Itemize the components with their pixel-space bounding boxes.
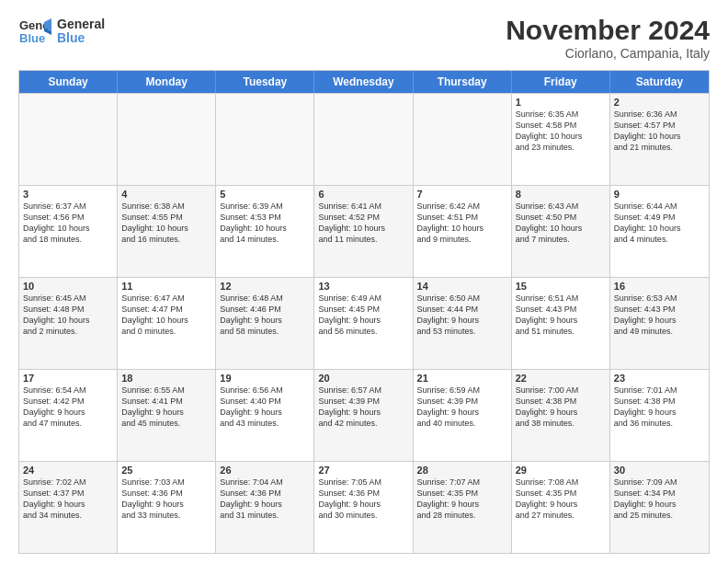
cal-cell: 25Sunrise: 7:03 AM Sunset: 4:36 PM Dayli… xyxy=(118,462,216,553)
day-number: 22 xyxy=(516,373,606,384)
logo: General Blue General Blue xyxy=(18,15,105,48)
day-info: Sunrise: 7:05 AM Sunset: 4:36 PM Dayligh… xyxy=(318,477,408,522)
day-info: Sunrise: 6:54 AM Sunset: 4:42 PM Dayligh… xyxy=(23,385,113,430)
cal-cell: 13Sunrise: 6:49 AM Sunset: 4:45 PM Dayli… xyxy=(314,278,413,369)
cal-header-monday: Monday xyxy=(118,71,216,93)
cal-cell: 10Sunrise: 6:45 AM Sunset: 4:48 PM Dayli… xyxy=(19,278,118,369)
cal-cell: 28Sunrise: 7:07 AM Sunset: 4:35 PM Dayli… xyxy=(414,462,512,553)
day-number: 18 xyxy=(121,373,211,384)
day-number: 26 xyxy=(220,465,310,476)
cal-header-saturday: Saturday xyxy=(610,71,709,93)
cal-week-row: 24Sunrise: 7:02 AM Sunset: 4:37 PM Dayli… xyxy=(19,461,709,553)
day-number: 23 xyxy=(614,373,705,384)
day-number: 19 xyxy=(220,373,310,384)
cal-cell xyxy=(118,94,216,185)
day-number: 25 xyxy=(121,465,211,476)
day-info: Sunrise: 7:08 AM Sunset: 4:35 PM Dayligh… xyxy=(516,477,606,522)
day-number: 11 xyxy=(121,281,211,292)
cal-cell: 8Sunrise: 6:43 AM Sunset: 4:50 PM Daylig… xyxy=(512,186,610,277)
cal-cell xyxy=(414,94,512,185)
day-info: Sunrise: 6:41 AM Sunset: 4:52 PM Dayligh… xyxy=(318,201,408,246)
day-info: Sunrise: 7:00 AM Sunset: 4:38 PM Dayligh… xyxy=(516,385,606,430)
calendar-header-row: SundayMondayTuesdayWednesdayThursdayFrid… xyxy=(19,71,709,93)
day-number: 8 xyxy=(516,189,606,200)
day-number: 7 xyxy=(417,189,507,200)
day-number: 28 xyxy=(417,465,507,476)
day-number: 29 xyxy=(516,465,606,476)
day-number: 9 xyxy=(614,189,705,200)
cal-week-row: 3Sunrise: 6:37 AM Sunset: 4:56 PM Daylig… xyxy=(19,185,709,277)
day-info: Sunrise: 6:49 AM Sunset: 4:45 PM Dayligh… xyxy=(318,293,408,338)
cal-cell xyxy=(314,94,413,185)
day-info: Sunrise: 6:38 AM Sunset: 4:55 PM Dayligh… xyxy=(121,201,211,246)
cal-cell: 6Sunrise: 6:41 AM Sunset: 4:52 PM Daylig… xyxy=(314,186,413,277)
cal-cell xyxy=(19,94,118,185)
cal-cell: 11Sunrise: 6:47 AM Sunset: 4:47 PM Dayli… xyxy=(118,278,216,369)
day-number: 17 xyxy=(23,373,113,384)
cal-header-friday: Friday xyxy=(512,71,610,93)
svg-text:Blue: Blue xyxy=(19,31,45,45)
cal-week-row: 17Sunrise: 6:54 AM Sunset: 4:42 PM Dayli… xyxy=(19,369,709,461)
day-info: Sunrise: 6:56 AM Sunset: 4:40 PM Dayligh… xyxy=(220,385,310,430)
day-info: Sunrise: 6:50 AM Sunset: 4:44 PM Dayligh… xyxy=(417,293,507,338)
day-info: Sunrise: 6:47 AM Sunset: 4:47 PM Dayligh… xyxy=(121,293,211,338)
day-number: 2 xyxy=(614,97,705,108)
cal-week-row: 10Sunrise: 6:45 AM Sunset: 4:48 PM Dayli… xyxy=(19,277,709,369)
day-info: Sunrise: 6:43 AM Sunset: 4:50 PM Dayligh… xyxy=(516,201,606,246)
cal-cell: 12Sunrise: 6:48 AM Sunset: 4:46 PM Dayli… xyxy=(216,278,314,369)
cal-cell: 24Sunrise: 7:02 AM Sunset: 4:37 PM Dayli… xyxy=(19,462,118,553)
cal-cell: 5Sunrise: 6:39 AM Sunset: 4:53 PM Daylig… xyxy=(216,186,314,277)
day-info: Sunrise: 6:35 AM Sunset: 4:58 PM Dayligh… xyxy=(516,109,606,154)
cal-cell: 15Sunrise: 6:51 AM Sunset: 4:43 PM Dayli… xyxy=(512,278,610,369)
cal-cell: 9Sunrise: 6:44 AM Sunset: 4:49 PM Daylig… xyxy=(610,186,709,277)
cal-cell: 29Sunrise: 7:08 AM Sunset: 4:35 PM Dayli… xyxy=(512,462,610,553)
day-info: Sunrise: 6:42 AM Sunset: 4:51 PM Dayligh… xyxy=(417,201,507,246)
day-number: 1 xyxy=(516,97,606,108)
day-number: 20 xyxy=(318,373,408,384)
day-number: 14 xyxy=(417,281,507,292)
day-number: 21 xyxy=(417,373,507,384)
day-number: 10 xyxy=(23,281,113,292)
day-info: Sunrise: 6:39 AM Sunset: 4:53 PM Dayligh… xyxy=(220,201,310,246)
cal-header-sunday: Sunday xyxy=(19,71,118,93)
day-info: Sunrise: 6:51 AM Sunset: 4:43 PM Dayligh… xyxy=(516,293,606,338)
logo-icon: General Blue xyxy=(18,15,51,48)
cal-cell: 30Sunrise: 7:09 AM Sunset: 4:34 PM Dayli… xyxy=(610,462,709,553)
calendar-title: November 2024 xyxy=(506,15,710,46)
day-number: 3 xyxy=(23,189,113,200)
day-info: Sunrise: 6:48 AM Sunset: 4:46 PM Dayligh… xyxy=(220,293,310,338)
day-info: Sunrise: 7:01 AM Sunset: 4:38 PM Dayligh… xyxy=(614,385,705,430)
calendar-body: 1Sunrise: 6:35 AM Sunset: 4:58 PM Daylig… xyxy=(19,93,709,553)
day-info: Sunrise: 6:57 AM Sunset: 4:39 PM Dayligh… xyxy=(318,385,408,430)
cal-cell: 7Sunrise: 6:42 AM Sunset: 4:51 PM Daylig… xyxy=(414,186,512,277)
day-number: 27 xyxy=(318,465,408,476)
day-info: Sunrise: 7:03 AM Sunset: 4:36 PM Dayligh… xyxy=(121,477,211,522)
title-area: November 2024 Ciorlano, Campania, Italy xyxy=(506,15,710,61)
cal-cell: 4Sunrise: 6:38 AM Sunset: 4:55 PM Daylig… xyxy=(118,186,216,277)
cal-cell: 1Sunrise: 6:35 AM Sunset: 4:58 PM Daylig… xyxy=(512,94,610,185)
day-number: 13 xyxy=(318,281,408,292)
day-info: Sunrise: 7:07 AM Sunset: 4:35 PM Dayligh… xyxy=(417,477,507,522)
cal-cell: 23Sunrise: 7:01 AM Sunset: 4:38 PM Dayli… xyxy=(610,370,709,461)
day-number: 15 xyxy=(516,281,606,292)
cal-cell: 20Sunrise: 6:57 AM Sunset: 4:39 PM Dayli… xyxy=(314,370,413,461)
cal-cell: 21Sunrise: 6:59 AM Sunset: 4:39 PM Dayli… xyxy=(414,370,512,461)
calendar: SundayMondayTuesdayWednesdayThursdayFrid… xyxy=(18,70,710,554)
logo-text-blue: Blue xyxy=(57,31,105,45)
calendar-subtitle: Ciorlano, Campania, Italy xyxy=(506,46,710,61)
day-info: Sunrise: 7:09 AM Sunset: 4:34 PM Dayligh… xyxy=(614,477,705,522)
day-info: Sunrise: 6:53 AM Sunset: 4:43 PM Dayligh… xyxy=(614,293,705,338)
cal-header-thursday: Thursday xyxy=(414,71,512,93)
day-info: Sunrise: 6:45 AM Sunset: 4:48 PM Dayligh… xyxy=(23,293,113,338)
cal-cell: 27Sunrise: 7:05 AM Sunset: 4:36 PM Dayli… xyxy=(314,462,413,553)
cal-cell: 16Sunrise: 6:53 AM Sunset: 4:43 PM Dayli… xyxy=(610,278,709,369)
day-number: 30 xyxy=(614,465,705,476)
day-info: Sunrise: 6:59 AM Sunset: 4:39 PM Dayligh… xyxy=(417,385,507,430)
cal-cell: 26Sunrise: 7:04 AM Sunset: 4:36 PM Dayli… xyxy=(216,462,314,553)
day-info: Sunrise: 7:04 AM Sunset: 4:36 PM Dayligh… xyxy=(220,477,310,522)
day-info: Sunrise: 6:55 AM Sunset: 4:41 PM Dayligh… xyxy=(121,385,211,430)
day-info: Sunrise: 7:02 AM Sunset: 4:37 PM Dayligh… xyxy=(23,477,113,522)
cal-cell: 17Sunrise: 6:54 AM Sunset: 4:42 PM Dayli… xyxy=(19,370,118,461)
cal-cell: 14Sunrise: 6:50 AM Sunset: 4:44 PM Dayli… xyxy=(414,278,512,369)
cal-header-wednesday: Wednesday xyxy=(314,71,413,93)
